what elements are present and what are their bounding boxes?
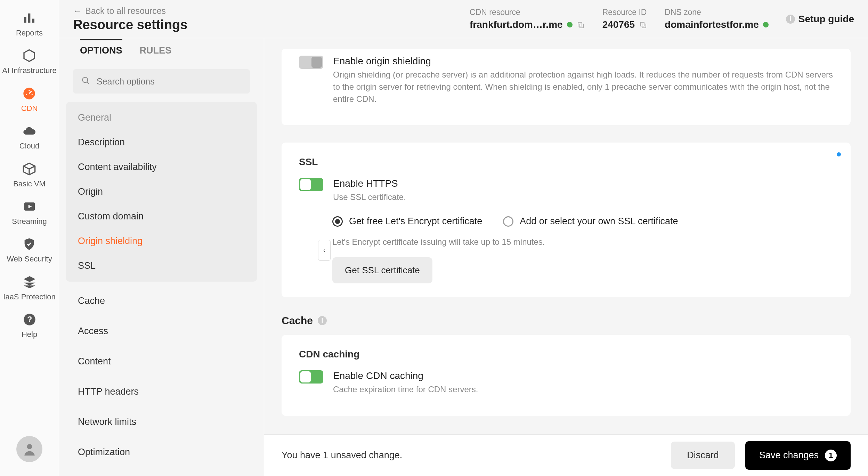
nav-label: Reports xyxy=(16,29,43,38)
nav-label: Basic VM xyxy=(13,179,46,188)
sidebar-item-origin[interactable]: Origin xyxy=(66,179,257,204)
back-link[interactable]: ← Back to all resources xyxy=(73,6,187,16)
nav-iaas-protection[interactable]: IaaS Protection xyxy=(3,274,55,301)
svg-rect-2 xyxy=(32,19,35,23)
nav-label: Web Security xyxy=(7,255,52,264)
shield-icon xyxy=(22,236,37,252)
toggle-cdn-caching[interactable] xyxy=(299,370,323,384)
copy-icon[interactable] xyxy=(577,21,585,29)
toggle-origin-shielding[interactable] xyxy=(299,56,323,69)
sidebar-item-ssl[interactable]: SSL xyxy=(66,253,257,278)
nav-cloud[interactable]: Cloud xyxy=(19,123,39,151)
gauge-icon xyxy=(22,86,37,101)
change-indicator-dot xyxy=(837,152,841,156)
settings-sidebar: OPTIONS RULES General Description Conten… xyxy=(59,38,264,476)
status-dot-green xyxy=(567,22,573,27)
radio-lets-encrypt[interactable]: Get free Let's Encrypt certificate xyxy=(332,216,482,227)
svg-marker-3 xyxy=(24,50,34,62)
search-box[interactable] xyxy=(73,69,250,94)
sidebar-item-description[interactable]: Description xyxy=(66,130,257,155)
ssl-heading: SSL xyxy=(299,156,833,168)
play-icon xyxy=(22,199,37,214)
nav-web-security[interactable]: Web Security xyxy=(7,236,52,264)
hexagon-icon xyxy=(22,48,37,63)
svg-rect-0 xyxy=(24,17,26,23)
sidebar-item-content-availability[interactable]: Content availability xyxy=(66,155,257,179)
nav-label: Cloud xyxy=(19,142,39,151)
group-title-general: General xyxy=(66,105,257,130)
footer-bar: You have 1 unsaved change. Discard Save … xyxy=(264,434,868,476)
sidebar-item-content[interactable]: Content xyxy=(66,349,257,374)
svg-point-5 xyxy=(26,94,27,95)
nav-label: Streaming xyxy=(12,217,47,226)
toggle-label-https: Enable HTTPS xyxy=(333,178,406,189)
sidebar-item-custom-domain[interactable]: Custom domain xyxy=(66,204,257,229)
radio-icon xyxy=(503,216,513,227)
sidebar-item-optimization[interactable]: Optimization xyxy=(66,440,257,465)
origin-shielding-card: Enable origin shielding Origin shielding… xyxy=(282,49,851,125)
cdn-caching-title: CDN caching xyxy=(299,349,833,360)
sidebar-item-access[interactable]: Access xyxy=(66,319,257,344)
nav-reports[interactable]: Reports xyxy=(16,10,43,38)
nav-streaming[interactable]: Streaming xyxy=(12,199,47,226)
svg-rect-1 xyxy=(28,14,31,23)
left-nav: Reports AI Infrastructure CDN Cloud Basi… xyxy=(0,0,59,476)
sidebar-item-network-limits[interactable]: Network limits xyxy=(66,410,257,434)
toggle-label-origin-shielding: Enable origin shielding xyxy=(333,56,833,67)
avatar[interactable] xyxy=(16,436,42,462)
info-icon: i xyxy=(786,15,795,24)
radio-own-cert[interactable]: Add or select your own SSL certificate xyxy=(503,216,678,227)
copy-icon[interactable] xyxy=(639,21,647,29)
nav-label: IaaS Protection xyxy=(3,292,55,301)
get-ssl-button[interactable]: Get SSL certificate xyxy=(332,257,432,283)
save-changes-button[interactable]: Save changes 1 xyxy=(745,441,851,470)
bar-chart-icon xyxy=(22,10,37,26)
discard-button[interactable]: Discard xyxy=(671,442,735,469)
tab-options[interactable]: OPTIONS xyxy=(80,39,122,61)
radio-label: Get free Let's Encrypt certificate xyxy=(349,216,482,227)
svg-point-7 xyxy=(32,94,33,95)
toggle-enable-https[interactable] xyxy=(299,178,323,191)
origin-shielding-desc: Origin shielding (or precache server) is… xyxy=(333,69,833,105)
dns-zone-label: DNS zone xyxy=(665,8,769,17)
nav-help[interactable]: ? Help xyxy=(22,312,37,339)
sidebar-item-http-headers[interactable]: HTTP headers xyxy=(66,379,257,404)
info-icon[interactable]: i xyxy=(318,316,327,325)
cdn-resource-value: frankfurt.dom…r.me xyxy=(470,19,563,30)
svg-text:?: ? xyxy=(27,315,32,324)
radio-label: Add or select your own SSL certificate xyxy=(520,216,678,227)
cdn-caching-desc: Cache expiration time for CDN servers. xyxy=(333,384,478,396)
save-label: Save changes xyxy=(759,450,819,461)
resource-id-label: Resource ID xyxy=(602,8,647,17)
nav-basic-vm[interactable]: Basic VM xyxy=(13,161,46,188)
tab-rules[interactable]: RULES xyxy=(140,45,172,61)
nav-label: AI Infrastructure xyxy=(2,66,57,75)
nav-cdn[interactable]: CDN xyxy=(21,86,38,113)
dns-zone-value: domainfortestfor.me xyxy=(665,19,759,30)
svg-point-6 xyxy=(29,90,30,91)
search-icon xyxy=(81,76,90,87)
unsaved-changes-msg: You have 1 unsaved change. xyxy=(282,450,402,461)
https-desc: Use SSL certificate. xyxy=(333,191,406,203)
ssl-card: SSL Enable HTTPS Use SSL certificate. Ge… xyxy=(282,143,851,297)
search-input[interactable] xyxy=(97,76,242,87)
sidebar-item-cache[interactable]: Cache xyxy=(66,289,257,313)
sidebar-item-origin-shielding[interactable]: Origin shielding xyxy=(66,229,257,253)
svg-line-18 xyxy=(87,82,89,83)
cube-icon xyxy=(22,161,37,177)
radio-icon xyxy=(332,216,343,227)
help-icon: ? xyxy=(22,312,37,327)
page-title: Resource settings xyxy=(73,17,187,32)
cdn-caching-card: CDN caching Enable CDN caching Cache exp… xyxy=(282,335,851,416)
cdn-resource-block: CDN resource frankfurt.dom…r.me xyxy=(470,8,585,30)
nav-ai-infra[interactable]: AI Infrastructure xyxy=(2,48,57,75)
back-link-label: Back to all resources xyxy=(85,6,166,16)
content-panel: Enable origin shielding Origin shielding… xyxy=(264,38,868,476)
setup-guide-link[interactable]: i Setup guide xyxy=(786,14,854,25)
collapse-sidebar-button[interactable]: ‹ xyxy=(318,240,331,261)
svg-point-12 xyxy=(27,444,32,449)
svg-point-17 xyxy=(82,77,88,82)
cache-heading-text: Cache xyxy=(282,315,313,326)
save-count-badge: 1 xyxy=(825,450,837,461)
layers-icon xyxy=(22,274,37,290)
